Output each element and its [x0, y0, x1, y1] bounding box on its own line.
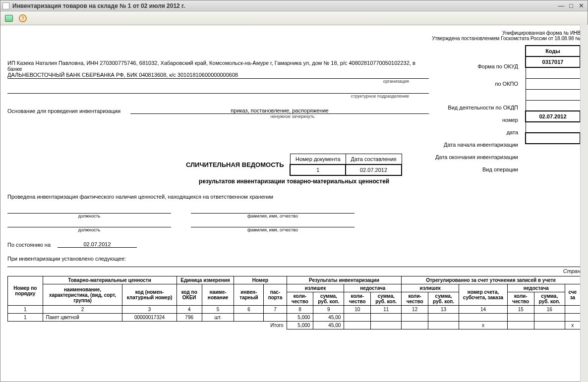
th-results: Результаты инвентаризации [287, 276, 402, 284]
th-surplus1: излишек [287, 284, 344, 292]
window-title: Инвентаризация товаров на складе № 1 от … [12, 2, 557, 9]
docnum-hdr: Номер документа [290, 154, 346, 165]
th-s4: сумма, руб. коп. [534, 292, 565, 306]
intro-text: Проведена инвентаризация фактического на… [7, 194, 581, 200]
help-icon: ? [19, 14, 27, 22]
th-number: Номер [234, 276, 287, 284]
table-row: 1 Пакет цветной 00000017324 796 шт. 5,00… [8, 314, 581, 322]
org-line2: ДАЛЬНЕВОСТОЧНЫЙ БАНК СБЕРБАНКА РФ, БИК 0… [7, 72, 429, 79]
total-row: Итого 5,000 45,00 х х [8, 322, 581, 329]
code-okdp [526, 78, 580, 89]
sign-pos-line [7, 207, 171, 214]
toolbar: ? [0, 11, 588, 25]
codes-labels: Форма по ОКУД по ОКПО Вид деятельности п… [435, 55, 518, 176]
code-number [526, 89, 580, 100]
minimize-button[interactable]: — [557, 2, 566, 10]
th-s3: сумма, руб. коп. [428, 292, 459, 306]
print-icon [5, 15, 13, 22]
sign-fio-line [191, 207, 354, 214]
docnum-table: Номер документаДата составления 102.07.2… [290, 154, 402, 176]
struct-sub: структурное подразделение [7, 94, 429, 99]
sign-row-2: должность фамилия, имя, отчество [7, 220, 354, 232]
th-q1: коли-чество [287, 292, 313, 306]
main-table: Номер по порядку Товарно-материальные це… [7, 276, 581, 329]
lbl-okud: Форма по ОКУД [435, 55, 518, 78]
th-pass: пас-порта [264, 284, 287, 306]
th-q3: коли-чество [402, 292, 428, 306]
maximize-button[interactable]: □ [567, 2, 576, 10]
codes-table: Коды 0317017 02.07.2012 [525, 45, 581, 144]
sign-row-1: должность фамилия, имя, отчество [7, 207, 354, 218]
found-text: При инвентаризации установлено следующее… [7, 256, 581, 262]
lbl-okdp: Вид деятельности по ОКДП [435, 90, 518, 114]
lbl-end: Дата окончания инвентаризации [435, 151, 518, 164]
th-short2: недостача [507, 284, 565, 292]
doc-subtitle: результатов инвентаризации товарно-матер… [125, 178, 463, 185]
page-label: Стран [7, 267, 581, 274]
th-short1: недостача [344, 284, 402, 292]
th-acc: номер счета, субсчета, заказа [459, 284, 508, 306]
th-s2: сумма, руб. коп. [371, 292, 402, 306]
org-sub: организация [7, 79, 429, 84]
org-block: ИП Казека Наталия Павловна, ИНН 27030077… [7, 60, 429, 99]
th-unitname: наиме-нование [202, 284, 234, 306]
basis-value: приказ, постановление, распоряжение [130, 108, 429, 114]
codes-block: Коды 0317017 02.07.2012 [525, 45, 581, 144]
docnum-val: 1 [290, 164, 346, 175]
th-s1: сумма, руб. коп. [313, 292, 344, 306]
lbl-op: Вид операции [435, 164, 518, 176]
th-goods: Товарно-материальные ценности [43, 276, 176, 284]
sign-fio-line2 [191, 220, 354, 227]
vertical-scrollbar[interactable] [580, 25, 588, 382]
docdate-val: 02.07.2012 [346, 164, 402, 175]
sign-fio-sub: фамилия, имя, отчество [191, 214, 354, 218]
document-icon [2, 2, 9, 9]
close-button[interactable]: ✕ [577, 2, 586, 10]
state-label: По состоянию на [7, 242, 51, 248]
th-q4: коли-чество [507, 292, 534, 306]
titlebar: Инвентаризация товаров на складе № 1 от … [0, 0, 588, 11]
document-area: Унифицированная форма № ИНВ Утверждена п… [0, 25, 588, 382]
code-start: 02.07.2012 [526, 111, 580, 122]
form-approved: Утверждена постановлением Госкомстата Ро… [432, 36, 581, 41]
th-adjust: Отрегулированно за счет уточнения записе… [402, 276, 581, 284]
sign-pos-sub2: должность [7, 227, 171, 232]
th-name: наименование, характеристика, (вид, сорт… [43, 284, 122, 306]
lbl-okpo: по ОКПО [435, 78, 518, 90]
lbl-number: номер [435, 114, 518, 126]
state-row: По состоянию на 02.07.2012 [7, 241, 581, 248]
basis-label: Основание для проведения инвентаризации [7, 108, 130, 114]
code-date [526, 100, 580, 111]
basis-row: Основание для проведения инвентаризации … [7, 108, 429, 114]
form-header: Унифицированная форма № ИНВ Утверждена п… [432, 30, 581, 41]
code-end [526, 122, 580, 133]
code-okud: 0317017 [526, 56, 580, 67]
lbl-date: дата [435, 126, 518, 139]
th-num: Номер по порядку [8, 276, 43, 306]
print-button[interactable] [3, 13, 14, 24]
sign-pos-sub: должность [7, 214, 171, 218]
th-q2: коли-чество [344, 292, 371, 306]
col-numbers: 12345678910111213141516 [8, 306, 581, 314]
lbl-start: Дата начала инвентаризации [435, 139, 518, 151]
code-op [526, 133, 580, 144]
th-surplus2: излишек [402, 284, 459, 292]
th-sch: сче за [565, 284, 580, 306]
app-window: Инвентаризация товаров на складе № 1 от … [0, 0, 588, 382]
doc-title-block: СЛИЧИТЕЛЬНАЯ ВЕДОМОСТЬ Номер документаДа… [125, 154, 463, 176]
th-okei: код по ОКЕИ [176, 284, 202, 306]
docdate-hdr: Дата составления [346, 154, 402, 165]
doc-title: СЛИЧИТЕЛЬНАЯ ВЕДОМОСТЬ [186, 161, 284, 168]
basis-sub: ненужное зачеркнуть [7, 114, 429, 119]
struct-line [7, 87, 429, 94]
form-name: Унифицированная форма № ИНВ [432, 30, 581, 36]
org-line1: ИП Казека Наталия Павловна, ИНН 27030077… [7, 60, 429, 72]
state-value: 02.07.2012 [58, 241, 137, 248]
help-button[interactable]: ? [17, 13, 28, 24]
th-code: код (номен-клатурный номер) [122, 284, 176, 306]
codes-header: Коды [526, 46, 580, 56]
sign-pos-line2 [7, 220, 171, 227]
th-inv: инвен-тарный [234, 284, 264, 306]
code-okpo [526, 67, 580, 78]
sign-fio-sub2: фамилия, имя, отчество [191, 227, 354, 232]
